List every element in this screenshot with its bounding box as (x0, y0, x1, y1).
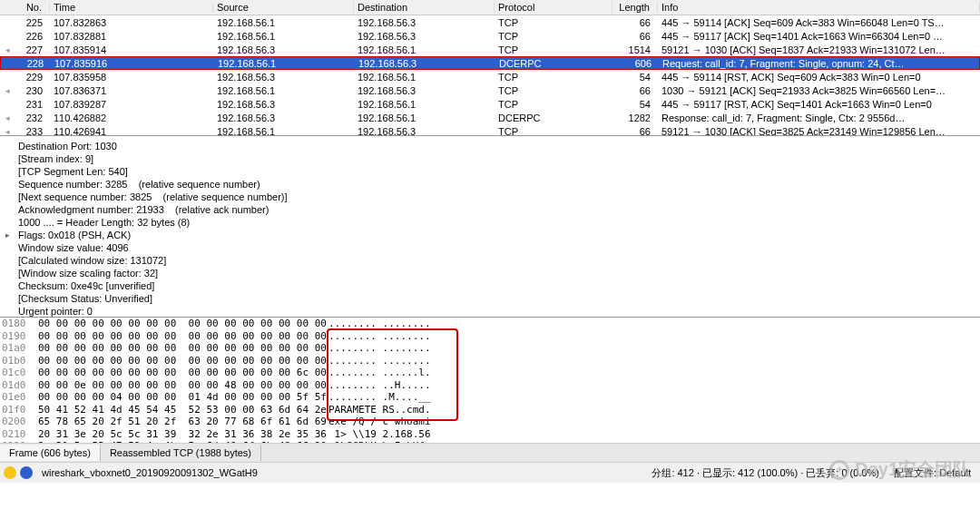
cell-dst: 192.168.56.3 (354, 126, 495, 137)
detail-line[interactable]: [Checksum Status: Unverified] (18, 292, 980, 305)
col-header-protocol[interactable]: Protocol (495, 2, 612, 13)
hex-row[interactable]: 019000 00 00 00 00 00 00 00 00 00 00 00 … (2, 330, 978, 343)
packet-row[interactable]: ◂227107.835914192.168.56.3192.168.56.1TC… (0, 43, 980, 56)
cell-src: 192.168.56.1 (214, 58, 355, 69)
hex-row[interactable]: 01a000 00 00 00 00 00 00 00 00 00 00 00 … (2, 342, 978, 355)
col-header-source[interactable]: Source (213, 2, 354, 13)
cell-dst: 192.168.56.1 (354, 113, 495, 123)
cell-info: 445 → 59114 [RST, ACK] Seq=609 Ack=383 W… (658, 72, 980, 83)
status-bar: wireshark_vboxnet0_20190920091302_WGatH9… (0, 463, 980, 483)
hex-row[interactable]: 01d000 00 0e 00 00 00 00 00 00 00 48 00 … (2, 379, 978, 392)
cell-info: 445 → 59117 [RST, ACK] Seq=1401 Ack=1663… (658, 99, 980, 110)
hex-row[interactable]: 021020 31 3e 20 5c 5c 31 39 32 2e 31 36 … (2, 428, 978, 441)
cell-time: 107.835914 (50, 44, 213, 55)
cell-no: 225 (0, 17, 50, 28)
cell-info: 59121 → 1030 [ACK] Seq=3825 Ack=23149 Wi… (658, 126, 980, 137)
hex-row[interactable]: 020065 78 65 20 2f 51 20 2f 63 20 77 68 … (2, 416, 978, 428)
cell-dst: 192.168.56.3 (354, 17, 495, 28)
cell-src: 192.168.56.3 (213, 44, 354, 55)
cell-proto: TCP (495, 31, 612, 42)
packet-row[interactable]: 226107.832881192.168.56.1192.168.56.3TCP… (0, 29, 980, 43)
cell-proto: TCP (495, 44, 612, 55)
cell-time: 107.835958 (50, 72, 213, 83)
cell-no: 228 (1, 58, 51, 69)
expert-info-icon[interactable] (4, 466, 16, 479)
capture-file-icon[interactable] (20, 466, 33, 479)
cell-dst: 192.168.56.1 (354, 99, 495, 110)
cell-info: 1030 → 59121 [ACK] Seq=21933 Ack=3825 Wi… (658, 85, 980, 96)
detail-line[interactable]: Acknowledgment number: 21933 (relative a… (18, 203, 980, 216)
hex-dump-pane[interactable]: 018000 00 00 00 00 00 00 00 00 00 00 00 … (0, 318, 980, 443)
expand-icon[interactable]: ▸ (5, 229, 10, 241)
cell-dst: 192.168.56.1 (354, 72, 495, 83)
hex-row[interactable]: 01b000 00 00 00 00 00 00 00 00 00 00 00 … (2, 355, 978, 367)
detail-line[interactable]: [Next sequence number: 3825 (relative se… (18, 191, 980, 203)
hex-ascii: ........ ........ (328, 330, 431, 343)
hex-bytes: 00 00 00 00 00 00 00 00 00 00 00 00 00 0… (38, 342, 328, 355)
cell-proto: DCERPC (495, 58, 613, 69)
cell-dst: 192.168.56.1 (354, 44, 495, 55)
detail-line[interactable]: Urgent pointer: 0 (18, 305, 980, 318)
col-header-length[interactable]: Length (612, 2, 658, 13)
packet-list-body[interactable]: 225107.832863192.168.56.1192.168.56.3TCP… (0, 15, 980, 136)
packet-row[interactable]: ◂230107.836371192.168.56.1192.168.56.3TC… (0, 83, 980, 97)
detail-line[interactable]: Sequence number: 3285 (relative sequence… (18, 178, 980, 191)
cell-src: 192.168.56.1 (213, 17, 354, 28)
cell-time: 107.832863 (50, 17, 213, 28)
detail-line[interactable]: Destination Port: 1030 (18, 140, 980, 152)
detail-line[interactable]: [TCP Segment Len: 540] (18, 165, 980, 178)
hex-offset: 01c0 (2, 367, 38, 379)
cell-time: 107.832881 (50, 31, 213, 42)
cell-src: 192.168.56.1 (213, 85, 354, 96)
hex-ascii: ........ ..H..... (328, 379, 431, 392)
hex-offset: 0200 (2, 416, 38, 428)
packet-row[interactable]: ◂233110.426941192.168.56.1192.168.56.3TC… (0, 124, 980, 136)
tab-frame[interactable]: Frame (606 bytes) (0, 445, 101, 461)
cell-no: 231 (0, 99, 50, 110)
col-header-no[interactable]: No. (0, 2, 50, 13)
hex-row[interactable]: 01e000 00 00 00 04 00 00 00 01 4d 00 00 … (2, 391, 978, 404)
packet-row[interactable]: ◂232110.426882192.168.56.3192.168.56.1DC… (0, 111, 980, 124)
status-profile[interactable]: 配置文件: Default (888, 466, 976, 480)
cell-time: 107.839287 (50, 99, 213, 110)
status-packets: 分组: 412 · 已显示: 412 (100.0%) · 已丢弃: 0 (0.… (646, 466, 885, 480)
detail-line[interactable]: [Window size scaling factor: 32] (18, 267, 980, 279)
hex-offset: 0220 (2, 440, 38, 443)
hex-row[interactable]: 01f050 41 52 41 4d 45 54 45 52 53 00 00 … (2, 404, 978, 416)
packet-list-pane[interactable]: No. Time Source Destination Protocol Len… (0, 0, 980, 136)
col-header-destination[interactable]: Destination (354, 2, 495, 13)
hex-bytes: 00 00 0e 00 00 00 00 00 00 00 48 00 00 0… (38, 379, 328, 392)
byte-view-tabs: Frame (606 bytes) Reassembled TCP (1988 … (0, 443, 980, 463)
packet-row[interactable]: 231107.839287192.168.56.3192.168.56.1TCP… (0, 97, 980, 111)
hex-bytes: 00 00 00 00 00 00 00 00 00 00 00 00 00 0… (38, 330, 328, 343)
tab-reassembled[interactable]: Reassembled TCP (1988 bytes) (101, 445, 261, 461)
hex-row[interactable]: 018000 00 00 00 00 00 00 00 00 00 00 00 … (2, 318, 978, 330)
detail-line[interactable]: 1000 .... = Header Length: 32 bytes (8) (18, 216, 980, 229)
hex-bytes: 2e 31 5c 53 47 52 4c 4b 5c 6d 49 6f 6b 4… (38, 440, 328, 443)
hex-bytes: 00 00 00 00 00 00 00 00 00 00 00 00 00 0… (38, 318, 328, 330)
cell-len: 1514 (612, 44, 658, 55)
cell-proto: TCP (495, 17, 612, 28)
col-header-time[interactable]: Time (50, 2, 213, 13)
hex-offset: 01f0 (2, 404, 38, 416)
cell-info: 445 → 59117 [ACK] Seq=1401 Ack=1663 Win=… (658, 31, 980, 42)
cell-time: 107.835916 (51, 58, 214, 69)
cell-src: 192.168.56.1 (213, 31, 354, 42)
cell-info: 59121 → 1030 [ACK] Seq=1837 Ack=21933 Wi… (658, 44, 980, 55)
cell-time: 110.426941 (50, 126, 213, 137)
detail-line[interactable]: [Calculated window size: 131072] (18, 254, 980, 267)
packet-row[interactable]: 229107.835958192.168.56.3192.168.56.1TCP… (0, 70, 980, 83)
packet-details-pane[interactable]: Destination Port: 1030[Stream index: 9][… (0, 136, 980, 318)
cell-dst: 192.168.56.3 (355, 58, 495, 69)
detail-line[interactable]: Window size value: 4096 (18, 241, 980, 254)
packet-row[interactable]: 228107.835916192.168.56.1192.168.56.3DCE… (0, 56, 980, 70)
detail-line[interactable]: [Stream index: 9] (18, 152, 980, 165)
hex-row[interactable]: 02202e 31 5c 53 47 52 4c 4b 5c 6d 49 6f … (2, 440, 978, 443)
detail-line[interactable]: Checksum: 0xe49c [unverified] (18, 279, 980, 292)
related-packet-icon: ◂ (5, 86, 10, 95)
cell-src: 192.168.56.3 (213, 99, 354, 110)
detail-line[interactable]: Flags: 0x018 (PSH, ACK) (18, 229, 980, 241)
col-header-info[interactable]: Info (658, 2, 980, 13)
hex-row[interactable]: 01c000 00 00 00 00 00 00 00 00 00 00 00 … (2, 367, 978, 379)
packet-row[interactable]: 225107.832863192.168.56.1192.168.56.3TCP… (0, 15, 980, 29)
